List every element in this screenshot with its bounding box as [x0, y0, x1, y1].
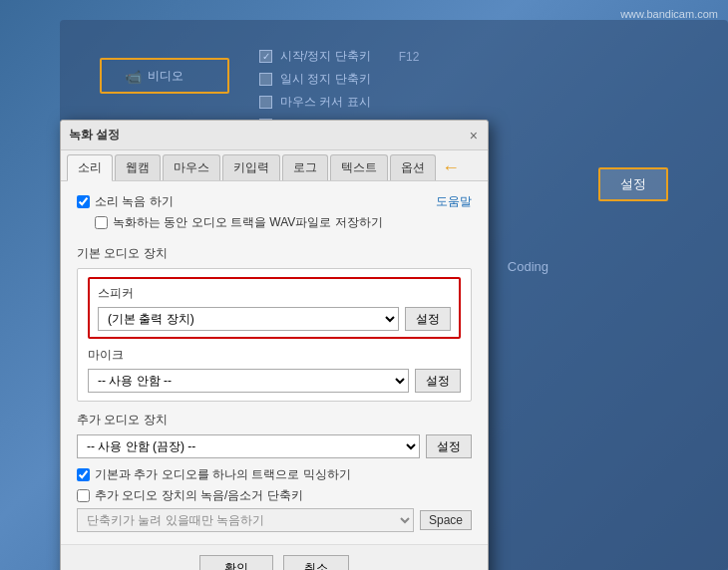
bg-checkbox-1: ✓: [259, 50, 272, 63]
extra-device-row: -- 사용 안함 (끔장) -- 설정: [77, 434, 472, 458]
bg-menu-label-3: 마우스 커서 표시: [280, 94, 371, 111]
speaker-select[interactable]: (기본 출력 장치): [98, 307, 399, 331]
mic-setting-button[interactable]: 설정: [415, 369, 461, 393]
bg-settings-button[interactable]: 설정: [598, 167, 668, 201]
extra-audio-section: 추가 오디오 장치 -- 사용 안함 (끔장) -- 설정: [77, 412, 472, 458]
extra-shortcut-checkbox[interactable]: [77, 489, 90, 502]
tab-keyinput[interactable]: 키입력: [222, 154, 280, 180]
mic-row: -- 사용 안함 -- 설정: [88, 369, 461, 393]
bg-menu-item-2: 일시 정지 단축키: [259, 68, 419, 91]
shortcut-row: 단축키가 눌려 있을때만 녹음하기 Space: [77, 508, 472, 532]
tab-log[interactable]: 로그: [282, 154, 328, 180]
bg-video-label: 📹 비디오: [125, 68, 183, 85]
tab-options[interactable]: 옵션: [390, 154, 436, 180]
tab-sound[interactable]: 소리: [67, 154, 113, 181]
dialog-buttons: 확인 취소: [61, 544, 488, 570]
bg-coding-text: Coding: [508, 259, 548, 274]
tab-webcam[interactable]: 웹캠: [115, 154, 161, 180]
extra-device-select[interactable]: -- 사용 안함 (끔장) --: [77, 434, 420, 458]
sound-options: 소리 녹음 하기 녹화하는 동안 오디오 트랙을 WAV파일로 저장하기: [77, 193, 383, 235]
tab-arrow-indicator: ←: [442, 157, 460, 178]
bg-checkbox-3: [259, 96, 272, 109]
mic-group: 마이크 -- 사용 안함 -- 설정: [88, 347, 461, 393]
bg-video-icon: 📹: [125, 69, 142, 85]
mic-label: 마이크: [88, 347, 461, 364]
dialog-title: 녹화 설정: [69, 127, 120, 143]
watermark: www.bandicam.com: [620, 8, 718, 20]
speaker-label: 스피커: [98, 285, 451, 302]
tabs-container: 소리 웹캠 마우스 키입력 로그 텍스트 옵션 ←: [61, 150, 488, 181]
wav-save-label: 녹화하는 동안 오디오 트랙을 WAV파일로 저장하기: [113, 214, 383, 231]
extra-setting-button[interactable]: 설정: [426, 434, 472, 458]
extra-shortcut-row: 추가 오디오 장치의 녹음/음소거 단축키: [77, 487, 472, 504]
extra-device-label: 추가 오디오 장치: [77, 412, 472, 428]
tab-mouse[interactable]: 마우스: [163, 154, 220, 180]
merge-tracks-label: 기본과 추가 오디오를 하나의 트랙으로 믹싱하기: [95, 466, 351, 483]
sound-record-row: 소리 녹음 하기: [77, 193, 383, 210]
bottom-options: 기본과 추가 오디오를 하나의 트랙으로 믹싱하기 추가 오디오 장치의 녹음/…: [77, 466, 472, 532]
recording-settings-dialog: 녹화 설정 × 소리 웹캠 마우스 키입력 로그 텍스트 옵션 ← 소리 녹음 …: [60, 120, 489, 570]
bg-menu-item-3: 마우스 커서 표시: [259, 91, 419, 114]
dialog-content: 소리 녹음 하기 녹화하는 동안 오디오 트랙을 WAV파일로 저장하기 도움말…: [61, 181, 488, 544]
bg-checkbox-2: [259, 73, 272, 86]
ok-button[interactable]: 확인: [199, 555, 273, 570]
sound-record-label: 소리 녹음 하기: [95, 193, 174, 210]
sound-record-checkbox[interactable]: [77, 195, 90, 208]
merge-tracks-row: 기본과 추가 오디오를 하나의 트랙으로 믹싱하기: [77, 466, 472, 483]
shortcut-key: Space: [420, 510, 472, 530]
bg-menu-label-1: 시작/정지 단축키: [280, 48, 371, 65]
mic-select[interactable]: -- 사용 안함 --: [88, 369, 409, 393]
wav-save-checkbox[interactable]: [95, 216, 108, 229]
dialog-close-button[interactable]: ×: [468, 129, 480, 142]
merge-tracks-checkbox[interactable]: [77, 468, 90, 481]
bg-menu-label-2: 일시 정지 단축키: [280, 71, 371, 88]
cancel-button[interactable]: 취소: [283, 555, 349, 570]
speaker-group: 스피커 (기본 출력 장치) 설정: [88, 277, 461, 339]
bg-video-text: 비디오: [148, 68, 183, 85]
help-link[interactable]: 도움말: [436, 193, 472, 210]
speaker-row: (기본 출력 장치) 설정: [98, 307, 451, 331]
bg-fkey-1: F12: [379, 50, 420, 64]
dialog-titlebar: 녹화 설정 ×: [61, 121, 488, 150]
bg-menu-item-1: ✓ 시작/정지 단축키 F12: [259, 45, 419, 68]
shortcut-select[interactable]: 단축키가 눌려 있을때만 녹음하기: [77, 508, 414, 532]
primary-device-group: 스피커 (기본 출력 장치) 설정 마이크 -- 사용 안함 -- 설정: [77, 268, 472, 402]
tab-text[interactable]: 텍스트: [330, 154, 388, 180]
primary-device-section-label: 기본 오디오 장치: [77, 245, 472, 262]
wav-save-row: 녹화하는 동안 오디오 트랙을 WAV파일로 저장하기: [95, 214, 383, 231]
extra-shortcut-label: 추가 오디오 장치의 녹음/음소거 단축키: [95, 487, 303, 504]
speaker-setting-button[interactable]: 설정: [405, 307, 451, 331]
